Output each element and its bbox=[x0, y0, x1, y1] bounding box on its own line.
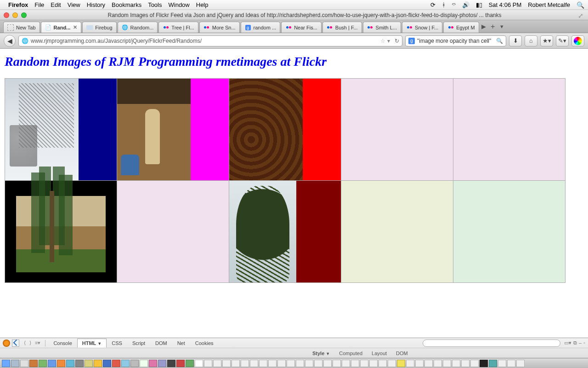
tab-list-dropdown-icon[interactable]: ▾ bbox=[498, 20, 506, 33]
firebug-tab-script[interactable]: Script bbox=[127, 339, 150, 348]
menu-window[interactable]: Window bbox=[169, 1, 190, 8]
tab-random-2[interactable]: 🌐 Random... bbox=[118, 22, 158, 33]
menu-bookmarks[interactable]: Bookmarks bbox=[112, 1, 141, 8]
back-button[interactable]: ◀ bbox=[4, 35, 16, 47]
dock-item[interactable] bbox=[20, 360, 28, 367]
dock-item[interactable] bbox=[259, 360, 267, 367]
grid-cell[interactable] bbox=[5, 79, 117, 181]
dock-item[interactable] bbox=[94, 360, 102, 367]
dock-item[interactable] bbox=[57, 360, 65, 367]
addon-button[interactable]: ✎▾ bbox=[556, 35, 569, 46]
reload-icon[interactable]: ↻ bbox=[395, 38, 399, 44]
dock-item[interactable] bbox=[415, 360, 424, 367]
tab-bush[interactable]: Bush | F... bbox=[322, 22, 362, 33]
firebug-search-input[interactable] bbox=[423, 339, 560, 347]
dock-item[interactable] bbox=[268, 360, 277, 367]
dock-item[interactable] bbox=[369, 360, 378, 367]
firebug-subtab-computed[interactable]: Computed bbox=[339, 351, 362, 356]
close-icon[interactable]: ✕ bbox=[73, 24, 77, 30]
grid-cell[interactable] bbox=[341, 181, 453, 283]
dock-item[interactable] bbox=[406, 360, 414, 367]
grid-cell[interactable] bbox=[117, 79, 229, 181]
tab-egypt[interactable]: Egypt M bbox=[443, 22, 479, 33]
dock-item[interactable] bbox=[342, 360, 350, 367]
firebug-subtab-style[interactable]: Style ▼ bbox=[312, 351, 330, 356]
menubar-user[interactable]: Robert Metcalfe bbox=[528, 1, 570, 8]
search-icon[interactable]: 🔍 bbox=[496, 38, 503, 44]
dock-item[interactable] bbox=[516, 360, 525, 367]
firebug-back-icon[interactable]: ⟨ bbox=[22, 340, 28, 346]
dock-item[interactable] bbox=[195, 360, 203, 367]
grid-cell[interactable] bbox=[117, 181, 229, 283]
dock-item[interactable] bbox=[121, 360, 130, 367]
search-field[interactable]: g "image more opacity than cell" 🔍 bbox=[405, 35, 506, 46]
grid-cell[interactable] bbox=[453, 181, 565, 283]
tab-smith[interactable]: Smith L... bbox=[363, 22, 401, 33]
dock-item[interactable] bbox=[434, 360, 442, 367]
dock-item[interactable] bbox=[452, 360, 460, 367]
firebug-detach-icon[interactable]: ⧉ bbox=[573, 340, 577, 346]
battery-icon[interactable]: ▮▯ bbox=[476, 1, 482, 8]
tab-new-tab[interactable]: New Tab bbox=[3, 22, 40, 33]
dock-item[interactable] bbox=[277, 360, 286, 367]
tab-more-sn[interactable]: More Sn... bbox=[199, 22, 240, 33]
dock-item[interactable] bbox=[39, 360, 47, 367]
dock-item[interactable] bbox=[360, 360, 368, 367]
dock-item[interactable] bbox=[489, 360, 497, 367]
tab-google-random[interactable]: g random ... bbox=[241, 22, 281, 33]
dock-item[interactable] bbox=[167, 360, 175, 367]
dock-item[interactable] bbox=[397, 360, 405, 367]
dock-item[interactable] bbox=[333, 360, 341, 367]
dock-item[interactable] bbox=[222, 360, 231, 367]
status-sync-icon[interactable]: ⟳ bbox=[430, 1, 435, 8]
tab-snow[interactable]: Snow | F... bbox=[402, 22, 442, 33]
bluetooth-icon[interactable]: ᚼ bbox=[442, 1, 446, 8]
dock-item[interactable] bbox=[232, 360, 240, 367]
firebug-tab-dom[interactable]: DOM bbox=[150, 339, 172, 348]
spotlight-icon[interactable]: 🔍 bbox=[577, 1, 584, 9]
new-tab-button[interactable]: + bbox=[488, 20, 498, 33]
window-minimize-button[interactable] bbox=[12, 12, 18, 18]
dock-item[interactable] bbox=[424, 360, 433, 367]
dock-item[interactable] bbox=[186, 360, 194, 367]
dock-item[interactable] bbox=[379, 360, 387, 367]
dock-item[interactable] bbox=[305, 360, 313, 367]
firebug-tab-console[interactable]: Console bbox=[48, 339, 77, 348]
dock-item[interactable] bbox=[11, 360, 19, 367]
firebug-close-icon[interactable]: ◦ bbox=[583, 340, 585, 346]
menu-view[interactable]: View bbox=[68, 1, 80, 8]
grid-cell[interactable] bbox=[453, 79, 565, 181]
dock-item[interactable] bbox=[443, 360, 451, 367]
dock-item[interactable] bbox=[241, 360, 249, 367]
dock-item[interactable] bbox=[470, 360, 479, 367]
firebug-tab-cookies[interactable]: Cookies bbox=[190, 339, 219, 348]
colorpicker-button[interactable] bbox=[571, 35, 584, 46]
home-button[interactable]: ⌂ bbox=[525, 35, 537, 46]
dock-item[interactable] bbox=[85, 360, 93, 367]
firebug-tab-net[interactable]: Net bbox=[172, 339, 190, 348]
menu-tools[interactable]: Tools bbox=[148, 1, 162, 8]
firebug-tab-html[interactable]: HTML▼ bbox=[77, 339, 107, 348]
firebug-options-icon[interactable]: ▭▾ bbox=[564, 340, 571, 346]
tab-tree[interactable]: Tree | Fl... bbox=[158, 22, 198, 33]
firebug-forward-icon[interactable]: ⟩ bbox=[28, 340, 33, 346]
dock-item[interactable] bbox=[250, 360, 258, 367]
tab-randoms[interactable]: 📄 Rand... ✕ bbox=[41, 22, 82, 33]
wifi-icon[interactable]: ⌔ bbox=[452, 1, 456, 8]
grid-cell[interactable] bbox=[5, 181, 117, 283]
dock-item[interactable] bbox=[287, 360, 295, 367]
window-close-button[interactable] bbox=[4, 12, 9, 18]
menu-history[interactable]: History bbox=[87, 1, 105, 8]
dock-item[interactable] bbox=[461, 360, 469, 367]
url-field[interactable]: 🌐 www.rjmprogramming.com.au/Javascript/j… bbox=[18, 35, 402, 46]
dock-item[interactable] bbox=[2, 360, 10, 367]
dock-item[interactable] bbox=[388, 360, 396, 367]
bookmark-star-icon[interactable]: ☆ bbox=[380, 38, 385, 44]
grid-cell[interactable] bbox=[341, 79, 453, 181]
dock-item[interactable] bbox=[176, 360, 185, 367]
dock-item[interactable] bbox=[296, 360, 304, 367]
dock-item[interactable] bbox=[66, 360, 74, 367]
firebug-tab-css[interactable]: CSS bbox=[107, 339, 127, 348]
menu-help[interactable]: Help bbox=[196, 1, 209, 8]
dock-item[interactable] bbox=[140, 360, 148, 367]
